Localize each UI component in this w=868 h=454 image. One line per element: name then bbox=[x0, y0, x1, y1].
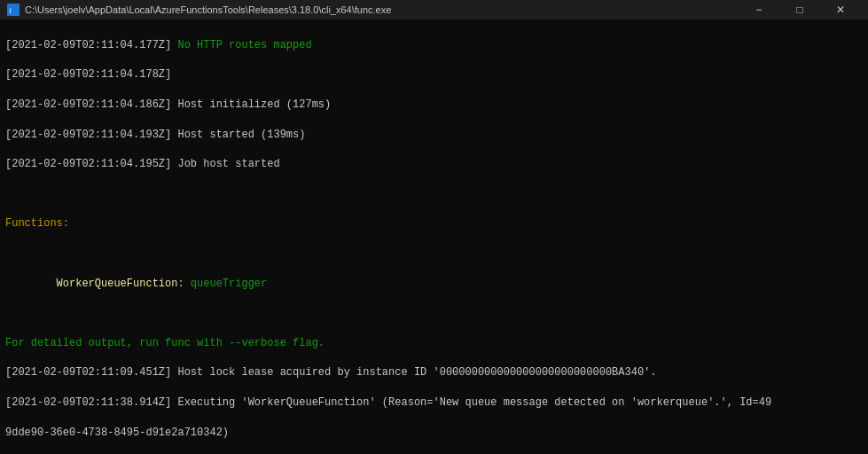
log-line: [2021-02-09T02:11:04.186Z] Host initiali… bbox=[5, 98, 863, 113]
terminal-output: [2021-02-09T02:11:04.177Z] No HTTP route… bbox=[0, 20, 868, 454]
close-button[interactable]: ✕ bbox=[820, 0, 861, 20]
app-icon: f bbox=[7, 4, 20, 16]
functions-header: Functions: bbox=[5, 216, 863, 231]
minimize-button[interactable]: − bbox=[739, 0, 779, 20]
window-title: C:\Users\joelv\AppData\Local\AzureFuncti… bbox=[25, 4, 739, 15]
blank-line bbox=[5, 247, 863, 262]
maximize-button[interactable]: □ bbox=[779, 0, 820, 20]
title-bar: f C:\Users\joelv\AppData\Local\AzureFunc… bbox=[0, 0, 868, 20]
log-line: [2021-02-09T02:11:04.195Z] Job host star… bbox=[5, 157, 863, 172]
blank-line bbox=[5, 306, 863, 321]
function-entry: WorkerQueueFunction: queueTrigger bbox=[5, 277, 863, 292]
log-line: [2021-02-09T02:11:38.914Z] Executing 'Wo… bbox=[5, 395, 863, 411]
log-line: 9dde90-36e0-4738-8495-d91e2a710342) bbox=[5, 426, 863, 441]
log-line: For detailed output, run func with --ver… bbox=[5, 336, 863, 351]
log-line: [2021-02-09T02:11:04.193Z] Host started … bbox=[5, 128, 863, 143]
log-line: [2021-02-09T02:11:04.178Z] bbox=[5, 67, 863, 82]
window-controls: − □ ✕ bbox=[739, 0, 861, 20]
blank-line bbox=[5, 187, 863, 202]
log-line: [2021-02-09T02:11:04.177Z] No HTTP route… bbox=[5, 38, 863, 53]
log-line: [2021-02-09T02:11:09.451Z] Host lock lea… bbox=[5, 365, 863, 380]
svg-text:f: f bbox=[9, 6, 12, 15]
